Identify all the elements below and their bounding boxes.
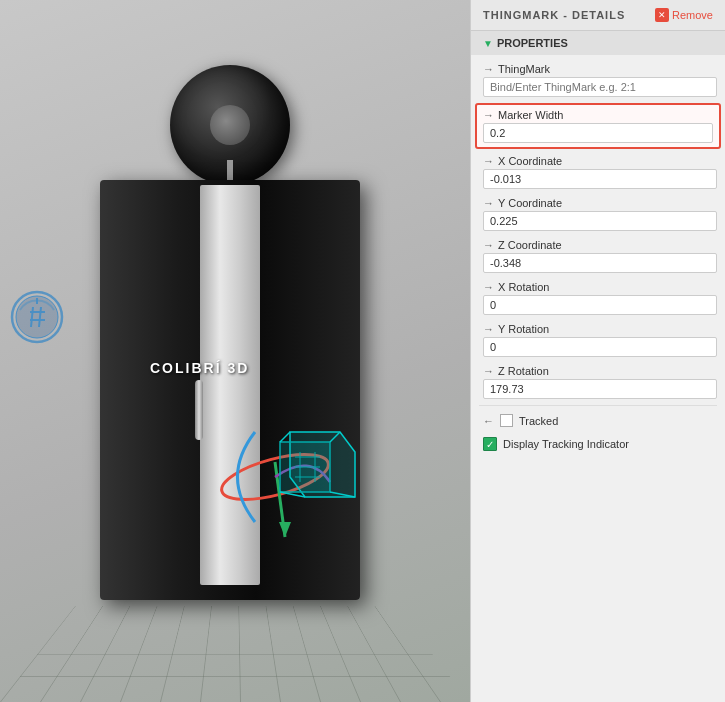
thingmark-label: → ThingMark [483, 63, 717, 75]
divider [479, 405, 717, 406]
tracked-checkbox[interactable] [500, 414, 513, 427]
x-coord-row: → X Coordinate [471, 151, 725, 193]
front-panel [200, 185, 260, 585]
filament-spool [160, 60, 300, 190]
z-coord-input[interactable] [483, 253, 717, 273]
tracked-arrow-icon: ← [483, 415, 494, 427]
x-coord-input[interactable] [483, 169, 717, 189]
tracked-row: ← Tracked [471, 408, 725, 433]
printer-model: COLIBRÍ 3D [80, 60, 380, 640]
marker-width-label: → Marker Width [483, 109, 713, 121]
tracked-label: Tracked [519, 415, 558, 427]
3d-viewport[interactable]: COLIBRÍ 3D [0, 0, 470, 702]
printer-cabinet: COLIBRÍ 3D [100, 180, 360, 600]
thingmark-row: → ThingMark [471, 59, 725, 101]
marker-width-row: → Marker Width [475, 103, 721, 149]
right-panel: THINGMARK - DETAILS ✕ Remove ▼ PROPERTIE… [470, 0, 725, 702]
x-rotation-input[interactable] [483, 295, 717, 315]
arrow-icon: → [483, 63, 494, 75]
y-rotation-input[interactable] [483, 337, 717, 357]
remove-icon: ✕ [655, 8, 669, 22]
properties-section-header: ▼ PROPERTIES [471, 31, 725, 55]
marker-width-input[interactable] [483, 123, 713, 143]
display-tracking-row: ✓ Display Tracking Indicator [471, 433, 725, 455]
door-handle [195, 380, 203, 440]
remove-button[interactable]: ✕ Remove [655, 8, 713, 22]
arrow-icon-2: → [483, 109, 494, 121]
z-rotation-input[interactable] [483, 379, 717, 399]
z-rotation-row: → Z Rotation [471, 361, 725, 403]
gauge-icon [10, 290, 65, 345]
printer-logo: COLIBRÍ 3D [150, 360, 249, 376]
y-coord-row: → Y Coordinate [471, 193, 725, 235]
z-coord-row: → Z Coordinate [471, 235, 725, 277]
chevron-icon: ▼ [483, 38, 493, 49]
panel-title: THINGMARK - DETAILS [483, 9, 625, 21]
x-rotation-row: → X Rotation [471, 277, 725, 319]
display-tracking-checkbox[interactable]: ✓ [483, 437, 497, 451]
panel-header: THINGMARK - DETAILS ✕ Remove [471, 0, 725, 31]
thingmark-input[interactable] [483, 77, 717, 97]
y-rotation-row: → Y Rotation [471, 319, 725, 361]
y-coord-input[interactable] [483, 211, 717, 231]
display-tracking-label: Display Tracking Indicator [503, 438, 629, 450]
properties-content: → ThingMark → Marker Width → X Coordinat… [471, 55, 725, 459]
